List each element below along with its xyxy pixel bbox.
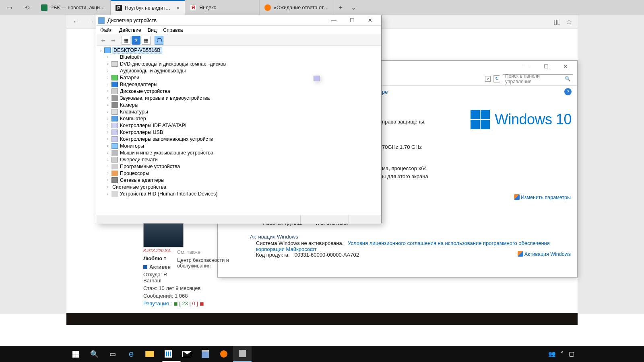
back-icon[interactable]: ⟲ [18, 0, 36, 15]
tree-node[interactable]: ›Батареи [98, 74, 379, 81]
tree-node[interactable]: ›Очереди печати [98, 156, 379, 163]
maximize-button[interactable]: ☐ [343, 15, 361, 26]
expand-icon[interactable]: › [105, 89, 110, 93]
tree-node[interactable]: ›Сетевые адаптеры [98, 177, 379, 183]
tab-rbc[interactable]: РБК — новости, акции, кур [36, 0, 111, 15]
mail-button[interactable] [178, 346, 196, 362]
tree-node[interactable]: ›Контроллеры USB [98, 129, 379, 136]
expand-icon[interactable]: › [105, 150, 110, 155]
expand-icon[interactable]: › [105, 185, 110, 189]
tb-properties-icon[interactable]: ▦ [142, 36, 151, 45]
tree-node[interactable]: ›Контроллеры IDE ATA/ATAPI [98, 122, 379, 129]
expand-icon[interactable]: › [105, 171, 110, 175]
reading-mode-icon[interactable]: ▯▯ [552, 17, 562, 27]
tb-help-icon[interactable]: ? [132, 36, 140, 45]
tree-node[interactable]: ›Мыши и иные указывающие устройства [98, 149, 379, 156]
tab-notebook[interactable]: P Ноутбук не видит сеть × [111, 0, 185, 15]
search-icon[interactable]: 🔍 [565, 76, 571, 82]
expand-icon[interactable]: › [105, 191, 110, 196]
minimize-button[interactable]: — [517, 62, 535, 71]
security-center-link[interactable]: Центр безопасности и обслуживания [177, 257, 242, 269]
expand-icon[interactable]: › [105, 164, 110, 169]
tree-root[interactable]: ⌄ DESKTOP-VB5516B [98, 47, 379, 53]
action-center-icon[interactable]: ▢ [569, 350, 574, 358]
expand-icon[interactable]: › [105, 144, 110, 148]
tree-node[interactable]: ›Дисковые устройства [98, 88, 379, 95]
tree-node[interactable]: ›Программные устройства [98, 163, 379, 170]
tree-node[interactable]: ›Аудиовходы и аудиовыходы [98, 67, 379, 74]
tb-back-icon[interactable]: ⬅ [99, 36, 107, 45]
maximize-button[interactable]: ☐ [537, 62, 555, 71]
minimize-button[interactable]: — [325, 15, 343, 26]
expand-icon[interactable]: › [105, 68, 110, 73]
change-params-link[interactable]: Изменить параметры [514, 194, 571, 200]
close-button[interactable]: ✕ [361, 15, 379, 26]
tree-node[interactable]: ›Компьютер [98, 115, 379, 122]
expand-icon[interactable]: › [105, 109, 110, 114]
tree-node[interactable]: ›Мониторы [98, 142, 379, 149]
favorite-star-icon[interactable]: ☆ [564, 17, 574, 27]
tab-yandex[interactable]: Я Яндекс [185, 0, 260, 15]
tray-chevron-icon[interactable]: ˄ [561, 350, 564, 358]
expand-icon[interactable]: › [105, 178, 110, 182]
search-box[interactable]: Поиск в панели управления 🔍 [503, 74, 573, 83]
tab-label: Ноутбук не видит сеть [125, 5, 171, 11]
start-button[interactable] [66, 346, 85, 362]
tree-node[interactable]: ›Bluetooth [98, 53, 379, 60]
search-button[interactable]: 🔍 [85, 346, 103, 362]
explorer-button[interactable] [140, 346, 159, 362]
people-icon[interactable]: 👥 [548, 350, 556, 358]
device-manager-button[interactable] [233, 346, 252, 362]
refresh-button[interactable]: ↻ [493, 75, 500, 82]
tree-node[interactable]: ›Устройства HID (Human Interface Devices… [98, 190, 379, 197]
expand-icon[interactable]: › [105, 75, 110, 80]
tree-node[interactable]: ›Процессоры [98, 170, 379, 177]
link-fragment[interactable]: ре [382, 89, 388, 95]
expand-icon[interactable]: › [105, 82, 110, 86]
tb-scan-icon[interactable]: 🖵 [155, 36, 163, 45]
menu-help[interactable]: Справка [163, 27, 183, 33]
notepad-button[interactable] [196, 346, 215, 362]
menu-view[interactable]: Вид [148, 27, 157, 33]
edge-button[interactable]: e [122, 346, 140, 362]
menu-action[interactable]: Действие [119, 27, 141, 33]
tab-avast[interactable]: «Ожидание ответа от avas [260, 0, 334, 15]
avast-button[interactable] [215, 346, 233, 362]
tree-node[interactable]: ›Клавиатуры [98, 108, 379, 115]
tree-node[interactable]: ›DVD-дисководы и дисководы компакт-диско… [98, 60, 379, 67]
close-tab-icon[interactable]: × [176, 4, 180, 11]
activate-windows-link[interactable]: Активация Windows [518, 251, 571, 257]
device-category-icon [111, 143, 118, 149]
dm-tree[interactable]: ⌄ DESKTOP-VB5516B ›Bluetooth›DVD-дисково… [96, 46, 381, 215]
expand-icon[interactable]: › [105, 62, 110, 66]
page-bottom-strip [66, 313, 578, 325]
nav-forward-button[interactable]: → [86, 16, 97, 27]
expand-icon[interactable]: › [105, 103, 110, 107]
expand-icon[interactable]: › [105, 123, 110, 128]
tb-forward-icon[interactable]: ➡ [109, 36, 118, 45]
expand-icon[interactable]: ⌄ [98, 48, 103, 52]
expand-icon[interactable]: › [105, 130, 110, 134]
tree-node[interactable]: ›Видеоадаптеры [98, 81, 379, 88]
tabs-chevron-icon[interactable]: ⌄ [347, 4, 360, 11]
expand-icon[interactable]: › [105, 96, 110, 100]
expand-icon[interactable]: › [105, 55, 110, 59]
dm-titlebar[interactable]: Диспетчер устройств — ☐ ✕ [96, 15, 381, 26]
tree-node[interactable]: ›Системные устройства [98, 183, 379, 190]
close-button[interactable]: ✕ [557, 62, 575, 71]
task-view-button[interactable]: ▭ [103, 346, 122, 362]
tree-node[interactable]: ›Камеры [98, 101, 379, 108]
expand-icon[interactable]: › [105, 137, 110, 141]
tree-node[interactable]: ›Звуковые, игровые и видеоустройства [98, 95, 379, 101]
expand-icon[interactable]: › [105, 116, 110, 121]
tb-show-hidden-icon[interactable]: ▦ [122, 36, 130, 45]
breadcrumb-dropdown[interactable]: v [485, 76, 491, 82]
nav-back-button[interactable]: ← [70, 16, 82, 27]
menu-file[interactable]: Файл [100, 27, 113, 33]
help-icon[interactable]: ? [564, 88, 572, 95]
expand-icon[interactable]: › [105, 157, 110, 162]
store-button[interactable] [159, 346, 178, 362]
tree-node[interactable]: ›Контроллеры запоминающих устройств [98, 136, 379, 142]
sidebar-toggle-icon[interactable]: ▭ [0, 0, 18, 15]
new-tab-button[interactable]: + [334, 4, 347, 11]
